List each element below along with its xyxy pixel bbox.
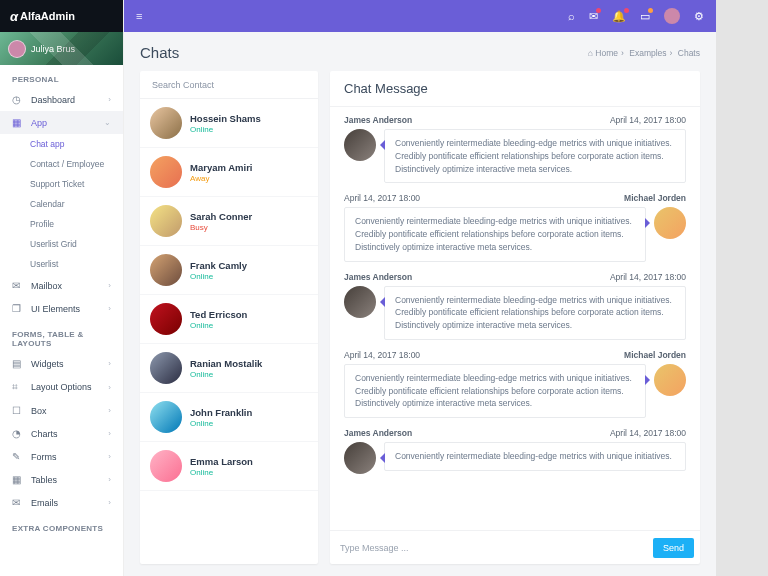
nav-app-userlist-grid[interactable]: Userlist Grid	[0, 234, 123, 254]
user-band[interactable]: Juliya Brus	[0, 32, 123, 65]
avatar	[150, 303, 182, 335]
nav-app-userlist[interactable]: Userlist	[0, 254, 123, 274]
breadcrumb: ⌂ Home› Examples› Chats	[588, 48, 700, 58]
contact-name: Frank Camly	[190, 260, 247, 271]
crumb-home[interactable]: Home	[595, 48, 618, 58]
contact-item[interactable]: Ranian MostalikOnline	[140, 344, 318, 393]
message-row: Conveniently reintermediate bleeding-edg…	[344, 442, 686, 474]
contact-item[interactable]: Sarah ConnerBusy	[140, 197, 318, 246]
avatar	[150, 352, 182, 384]
nav-section-extra: EXTRA COMPONENTS	[0, 514, 123, 537]
nav-app-profile[interactable]: Profile	[0, 214, 123, 234]
layers-icon: ❐	[12, 303, 24, 314]
message-meta: James AndersonApril 14, 2017 18:00	[344, 115, 686, 125]
contact-name: Sarah Conner	[190, 211, 252, 222]
message-row: Conveniently reintermediate bleeding-edg…	[344, 207, 686, 261]
contact-status: Online	[190, 370, 262, 379]
logo-mark-icon: α	[10, 9, 18, 24]
chat-panel: Chat Message James AndersonApril 14, 201…	[330, 71, 700, 564]
gear-icon[interactable]: ⚙	[694, 10, 704, 23]
contact-status: Online	[190, 321, 247, 330]
crumb-leaf: Chats	[678, 48, 700, 58]
message-row: Conveniently reintermediate bleeding-edg…	[344, 364, 686, 418]
chat-body[interactable]: James AndersonApril 14, 2017 18:00Conven…	[330, 107, 700, 530]
main: ≡ ⌕ ✉ 🔔 ▭ ⚙ Chats ⌂ Home› Examples› Chat…	[124, 0, 716, 576]
nav-emails[interactable]: ✉Emails›	[0, 491, 123, 514]
search-icon[interactable]: ⌕	[568, 10, 575, 22]
message-bubble: Conveniently reintermediate bleeding-edg…	[344, 364, 646, 418]
search-contact	[140, 71, 318, 99]
page-title: Chats	[140, 44, 179, 61]
topbar: ≡ ⌕ ✉ 🔔 ▭ ⚙	[124, 0, 716, 32]
avatar	[150, 205, 182, 237]
nav-ui[interactable]: ❐UI Elements›	[0, 297, 123, 320]
contact-item[interactable]: John FranklinOnline	[140, 393, 318, 442]
grid-icon: ▦	[12, 117, 24, 128]
contact-status: Online	[190, 468, 253, 477]
page-header: Chats ⌂ Home› Examples› Chats	[124, 32, 716, 71]
search-input[interactable]	[140, 80, 318, 90]
avatar	[8, 40, 26, 58]
avatar	[344, 442, 376, 474]
avatar	[344, 129, 376, 161]
contact-list[interactable]: Hossein ShamsOnlineMaryam AmiriAwaySarah…	[140, 99, 318, 564]
message-row: Conveniently reintermediate bleeding-edg…	[344, 129, 686, 183]
nav-app[interactable]: ▦App⌄	[0, 111, 123, 134]
chevron-right-icon: ›	[108, 498, 111, 507]
chart-icon: ◔	[12, 428, 24, 439]
chevron-right-icon: ›	[108, 383, 111, 392]
message-input[interactable]	[340, 543, 653, 553]
message-bubble: Conveniently reintermediate bleeding-edg…	[384, 286, 686, 340]
nav-app-contact[interactable]: Contact / Employee	[0, 154, 123, 174]
avatar	[150, 450, 182, 482]
message-time: April 14, 2017 18:00	[610, 272, 686, 282]
envelope-icon: ✉	[12, 497, 24, 508]
nav-widgets[interactable]: ▤Widgets›	[0, 352, 123, 375]
contact-item[interactable]: Hossein ShamsOnline	[140, 99, 318, 148]
message-meta: April 14, 2017 18:00Michael Jorden	[344, 193, 686, 203]
mail-icon[interactable]: ✉	[589, 10, 598, 23]
contact-status: Online	[190, 419, 252, 428]
brand-logo[interactable]: α AlfaAdmin	[0, 0, 123, 32]
nav-dashboard[interactable]: ◷Dashboard›	[0, 88, 123, 111]
chat-header: Chat Message	[330, 71, 700, 107]
nav-tables[interactable]: ▦Tables›	[0, 468, 123, 491]
nav-mailbox[interactable]: ✉Mailbox›	[0, 274, 123, 297]
form-icon: ✎	[12, 451, 24, 462]
contact-item[interactable]: Frank CamlyOnline	[140, 246, 318, 295]
layout-icon: ⌗	[12, 381, 24, 393]
message-sender: James Anderson	[344, 272, 412, 282]
message-icon[interactable]: ▭	[640, 10, 650, 23]
avatar[interactable]	[664, 8, 680, 24]
nav-app-chat[interactable]: Chat app	[0, 134, 123, 154]
contact-status: Online	[190, 272, 247, 281]
avatar	[150, 401, 182, 433]
menu-toggle-icon[interactable]: ≡	[136, 10, 142, 22]
nav-app-calendar[interactable]: Calendar	[0, 194, 123, 214]
message-meta: James AndersonApril 14, 2017 18:00	[344, 428, 686, 438]
chevron-right-icon: ›	[108, 406, 111, 415]
bell-icon[interactable]: 🔔	[612, 10, 626, 23]
contact-status: Away	[190, 174, 252, 183]
nav-app-ticket[interactable]: Support Ticket	[0, 174, 123, 194]
avatar	[344, 286, 376, 318]
contact-item[interactable]: Emma LarsonOnline	[140, 442, 318, 491]
avatar	[150, 156, 182, 188]
message-meta: April 14, 2017 18:00Michael Jorden	[344, 350, 686, 360]
crumb-mid[interactable]: Examples	[629, 48, 666, 58]
contact-item[interactable]: Maryam AmiriAway	[140, 148, 318, 197]
home-icon: ⌂	[588, 48, 593, 58]
message-sender: Michael Jorden	[624, 350, 686, 360]
nav-box[interactable]: ☐Box›	[0, 399, 123, 422]
contact-name: Maryam Amiri	[190, 162, 252, 173]
nav-charts[interactable]: ◔Charts›	[0, 422, 123, 445]
nav-layout[interactable]: ⌗Layout Options›	[0, 375, 123, 399]
message-bubble: Conveniently reintermediate bleeding-edg…	[384, 129, 686, 183]
send-button[interactable]: Send	[653, 538, 694, 558]
contact-name: Ted Erricson	[190, 309, 247, 320]
nav-forms[interactable]: ✎Forms›	[0, 445, 123, 468]
chevron-right-icon: ›	[108, 359, 111, 368]
contact-item[interactable]: Ted ErricsonOnline	[140, 295, 318, 344]
avatar	[150, 254, 182, 286]
chevron-right-icon: ›	[108, 429, 111, 438]
